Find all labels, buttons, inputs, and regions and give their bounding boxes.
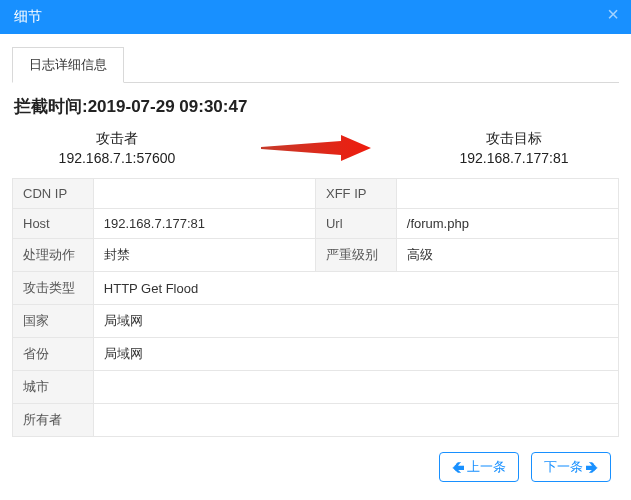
next-button[interactable]: 下一条 🡺 bbox=[531, 452, 611, 482]
cdn-ip-value bbox=[93, 179, 315, 209]
table-row: 所有者 bbox=[13, 404, 619, 437]
modal-header: 细节 × bbox=[0, 0, 631, 34]
tab-label: 日志详细信息 bbox=[29, 57, 107, 72]
url-value: /forum.php bbox=[396, 209, 618, 239]
prev-button[interactable]: 🡸 上一条 bbox=[439, 452, 519, 482]
attack-type-label: 攻击类型 bbox=[13, 272, 94, 305]
attack-type-value: HTTP Get Flood bbox=[93, 272, 618, 305]
owner-label: 所有者 bbox=[13, 404, 94, 437]
target-label: 攻击目标 bbox=[429, 130, 599, 148]
owner-value bbox=[93, 404, 618, 437]
arrow-icon bbox=[202, 135, 429, 161]
city-value bbox=[93, 371, 618, 404]
modal-body: 日志详细信息 拦截时间:2019-07-29 09:30:47 攻击者 192.… bbox=[0, 34, 631, 437]
table-row: CDN IP XFF IP bbox=[13, 179, 619, 209]
host-value: 192.168.7.177:81 bbox=[93, 209, 315, 239]
table-row: 攻击类型 HTTP Get Flood bbox=[13, 272, 619, 305]
close-icon[interactable]: × bbox=[607, 4, 619, 24]
prev-label: 上一条 bbox=[467, 458, 506, 476]
tab-row: 日志详细信息 bbox=[12, 46, 619, 83]
arrow-left-icon: 🡸 bbox=[452, 460, 465, 475]
next-label: 下一条 bbox=[544, 458, 583, 476]
block-title: 拦截时间:2019-07-29 09:30:47 bbox=[14, 95, 617, 118]
arrow-right-icon: 🡺 bbox=[585, 460, 598, 475]
table-row: Host 192.168.7.177:81 Url /forum.php bbox=[13, 209, 619, 239]
info-table: CDN IP XFF IP Host 192.168.7.177:81 Url … bbox=[12, 178, 619, 437]
target-block: 攻击目标 192.168.7.177:81 bbox=[429, 130, 599, 166]
url-label: Url bbox=[315, 209, 396, 239]
attacker-value: 192.168.7.1:57600 bbox=[32, 150, 202, 166]
table-row: 省份 局域网 bbox=[13, 338, 619, 371]
svg-marker-0 bbox=[261, 135, 371, 161]
province-value: 局域网 bbox=[93, 338, 618, 371]
attacker-block: 攻击者 192.168.7.1:57600 bbox=[32, 130, 202, 166]
table-row: 城市 bbox=[13, 371, 619, 404]
attacker-label: 攻击者 bbox=[32, 130, 202, 148]
table-row: 处理动作 封禁 严重级别 高级 bbox=[13, 239, 619, 272]
country-label: 国家 bbox=[13, 305, 94, 338]
tab-log-detail[interactable]: 日志详细信息 bbox=[12, 47, 124, 83]
xff-ip-value bbox=[396, 179, 618, 209]
table-row: 国家 局域网 bbox=[13, 305, 619, 338]
modal-title: 细节 bbox=[14, 8, 42, 24]
action-label: 处理动作 bbox=[13, 239, 94, 272]
severity-value: 高级 bbox=[396, 239, 618, 272]
cdn-ip-label: CDN IP bbox=[13, 179, 94, 209]
action-value: 封禁 bbox=[93, 239, 315, 272]
province-label: 省份 bbox=[13, 338, 94, 371]
target-value: 192.168.7.177:81 bbox=[429, 150, 599, 166]
country-value: 局域网 bbox=[93, 305, 618, 338]
host-label: Host bbox=[13, 209, 94, 239]
severity-label: 严重级别 bbox=[315, 239, 396, 272]
city-label: 城市 bbox=[13, 371, 94, 404]
flow-row: 攻击者 192.168.7.1:57600 攻击目标 192.168.7.177… bbox=[12, 128, 619, 174]
xff-ip-label: XFF IP bbox=[315, 179, 396, 209]
modal-footer: 🡸 上一条 下一条 🡺 bbox=[419, 438, 631, 496]
